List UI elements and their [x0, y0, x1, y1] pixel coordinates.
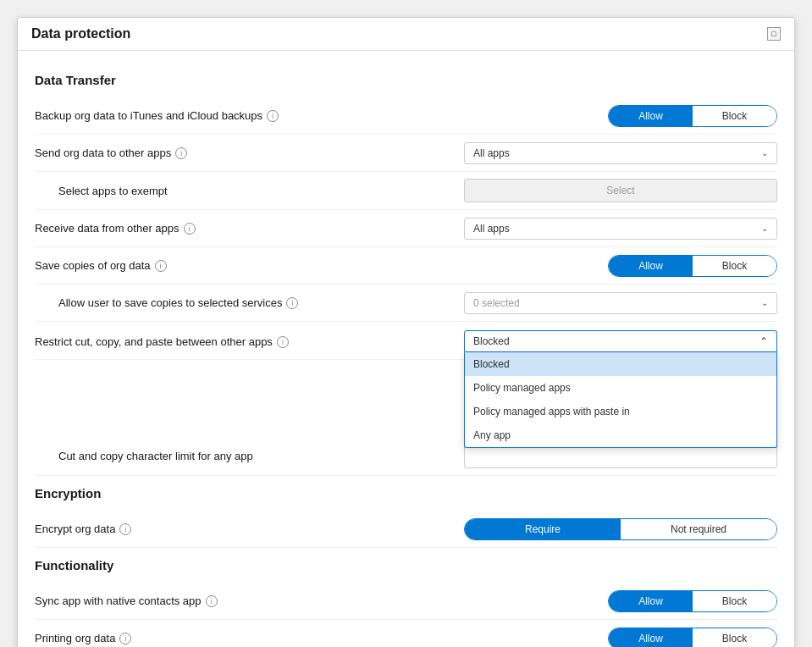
- row-send-org-data: Send org data to other apps i All apps ⌄: [35, 135, 777, 172]
- encryption-title: Encryption: [35, 486, 777, 500]
- row-receive-data: Receive data from other apps i All apps …: [35, 210, 777, 247]
- info-icon-allow-user[interactable]: i: [286, 297, 298, 309]
- dropdown-zero-selected[interactable]: 0 selected ⌄: [464, 292, 777, 314]
- label-text-allow-user: Allow user to save copies to selected se…: [58, 296, 282, 309]
- toggle-printing[interactable]: Allow Block: [608, 628, 777, 648]
- minimize-button[interactable]: □: [767, 27, 781, 41]
- chevron-down-icon-receive: ⌄: [761, 224, 768, 233]
- window-title: Data protection: [31, 26, 130, 41]
- label-text-select-apps: Select apps to exempt: [58, 185, 168, 197]
- option-blocked[interactable]: Blocked: [465, 352, 776, 376]
- functionality-title: Functionality: [35, 558, 777, 572]
- label-text-encrypt: Encrypt org data: [35, 523, 115, 535]
- data-transfer-title: Data Transfer: [35, 73, 777, 87]
- info-icon-send[interactable]: i: [175, 147, 187, 159]
- title-bar: Data protection □: [18, 18, 794, 51]
- option-policy-paste[interactable]: Policy managed apps with paste in: [465, 400, 776, 423]
- toggle-backup[interactable]: Allow Block: [608, 105, 777, 127]
- control-encrypt: Require Not required: [464, 518, 777, 540]
- toggle-sync[interactable]: Allow Block: [608, 590, 777, 612]
- data-transfer-section: Data Transfer: [35, 73, 777, 87]
- info-icon-save-copies[interactable]: i: [155, 260, 167, 272]
- toggle-allow-printing[interactable]: Allow: [609, 628, 693, 648]
- row-allow-user-save: Allow user to save copies to selected se…: [35, 285, 777, 322]
- content-area: Data Transfer Backup org data to iTunes …: [18, 51, 794, 647]
- require-btn-inactive[interactable]: Not required: [621, 519, 776, 539]
- control-sync: Allow Block: [464, 590, 777, 612]
- row-backup-org-data: Backup org data to iTunes and iCloud bac…: [35, 97, 777, 135]
- encryption-section: Encryption: [35, 486, 777, 500]
- require-btn-active[interactable]: Require: [465, 519, 621, 539]
- info-icon-printing[interactable]: i: [119, 633, 131, 644]
- dropdown-restrict-wrapper: Blocked ⌃ Blocked Policy managed apps Po…: [464, 330, 777, 352]
- label-sync-contacts: Sync app with native contacts app i: [35, 594, 464, 607]
- label-receive-data: Receive data from other apps i: [35, 222, 464, 235]
- dropdown-restrict-header[interactable]: Blocked ⌃: [464, 330, 777, 352]
- control-receive: All apps ⌄: [464, 218, 777, 240]
- label-text-save-copies: Save copies of org data: [35, 259, 151, 272]
- toggle-block-sync[interactable]: Block: [693, 591, 776, 611]
- row-save-copies: Save copies of org data i Allow Block: [35, 247, 777, 285]
- label-allow-user-save: Allow user to save copies to selected se…: [58, 296, 464, 309]
- label-printing: Printing org data i: [35, 632, 464, 644]
- label-backup-org-data: Backup org data to iTunes and iCloud bac…: [35, 109, 464, 122]
- info-icon-receive[interactable]: i: [184, 223, 196, 235]
- select-apps-button[interactable]: Select: [464, 179, 777, 202]
- label-send-org-data: Send org data to other apps i: [35, 147, 464, 159]
- dropdown-restrict-options: Blocked Policy managed apps Policy manag…: [464, 352, 777, 448]
- window-controls: □: [767, 27, 781, 41]
- toggle-allow-save[interactable]: Allow: [609, 256, 693, 276]
- row-restrict-cut-copy: Restrict cut, copy, and paste between ot…: [35, 322, 777, 360]
- control-save-copies: Allow Block: [464, 255, 777, 277]
- label-text-send: Send org data to other apps: [35, 147, 171, 159]
- toggle-save-copies[interactable]: Allow Block: [608, 255, 777, 277]
- chevron-up-icon-restrict: ⌃: [760, 335, 768, 347]
- label-text-restrict: Restrict cut, copy, and paste between ot…: [35, 335, 273, 348]
- info-icon-backup[interactable]: i: [267, 110, 279, 122]
- control-printing: Allow Block: [464, 628, 777, 648]
- functionality-section: Functionality: [35, 558, 777, 572]
- control-send: All apps ⌄: [464, 142, 777, 164]
- toggle-allow-sync[interactable]: Allow: [609, 591, 693, 611]
- dropdown-value-send: All apps: [473, 147, 510, 159]
- label-text-receive: Receive data from other apps: [35, 222, 180, 235]
- chevron-down-icon-send: ⌄: [761, 148, 768, 158]
- dropdown-value-receive: All apps: [473, 223, 510, 235]
- info-icon-sync[interactable]: i: [206, 595, 218, 607]
- info-icon-restrict[interactable]: i: [277, 336, 289, 348]
- toggle-block-printing[interactable]: Block: [693, 628, 776, 648]
- dropdown-send[interactable]: All apps ⌄: [464, 142, 777, 164]
- control-select-apps: Select: [464, 179, 777, 202]
- toggle-allow-backup[interactable]: Allow: [609, 106, 693, 126]
- zero-selected-text: 0 selected: [473, 297, 520, 309]
- dropdown-restrict-value: Blocked: [473, 335, 510, 347]
- dropdown-receive[interactable]: All apps ⌄: [464, 218, 777, 240]
- control-restrict: Blocked ⌃ Blocked Policy managed apps Po…: [464, 330, 777, 352]
- label-text-printing: Printing org data: [35, 632, 115, 644]
- row-encrypt: Encrypt org data i Require Not required: [35, 511, 777, 548]
- info-icon-encrypt[interactable]: i: [119, 523, 131, 535]
- label-text-char-limit: Cut and copy character limit for any app: [58, 450, 253, 462]
- label-text-sync: Sync app with native contacts app: [35, 594, 202, 607]
- label-encrypt: Encrypt org data i: [35, 523, 464, 535]
- label-text-backup: Backup org data to iTunes and iCloud bac…: [35, 109, 262, 122]
- label-save-copies: Save copies of org data i: [35, 259, 464, 272]
- option-any-app[interactable]: Any app: [465, 423, 776, 447]
- label-char-limit: Cut and copy character limit for any app: [58, 450, 464, 462]
- control-allow-user: 0 selected ⌄: [464, 292, 777, 314]
- label-restrict-cut: Restrict cut, copy, and paste between ot…: [35, 330, 464, 348]
- row-select-apps: Select apps to exempt Select: [35, 172, 777, 210]
- toggle-require[interactable]: Require Not required: [464, 518, 777, 540]
- row-printing: Printing org data i Allow Block: [35, 620, 777, 647]
- toggle-block-save[interactable]: Block: [693, 256, 776, 276]
- label-select-apps: Select apps to exempt: [58, 185, 464, 197]
- option-policy-managed[interactable]: Policy managed apps: [465, 376, 776, 400]
- toggle-block-backup[interactable]: Block: [693, 106, 776, 126]
- chevron-down-icon-zero: ⌄: [761, 298, 768, 307]
- data-protection-window: Data protection □ Data Transfer Backup o…: [17, 17, 795, 647]
- row-sync-contacts: Sync app with native contacts app i Allo…: [35, 583, 777, 620]
- control-backup: Allow Block: [464, 105, 777, 127]
